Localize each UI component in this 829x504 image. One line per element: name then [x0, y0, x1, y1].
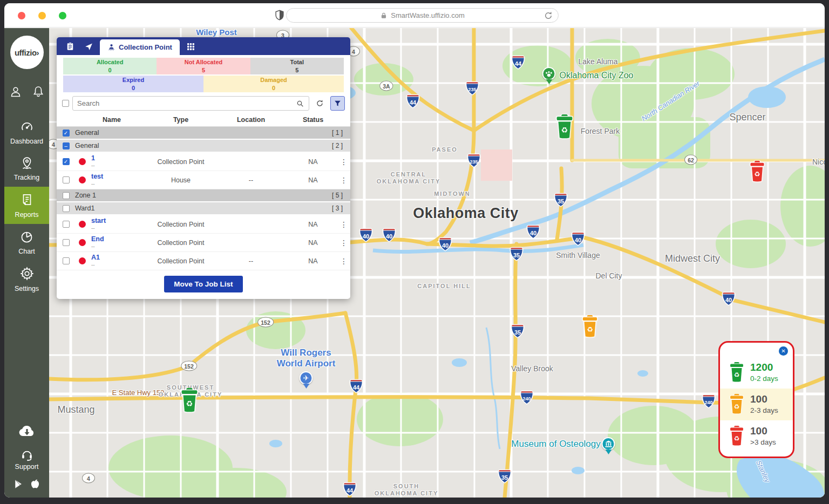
map-label: Midwest City — [665, 253, 720, 264]
column-name[interactable]: Name — [75, 116, 148, 124]
map-label: PASEO — [432, 146, 458, 153]
row-checkbox[interactable] — [63, 176, 70, 183]
map-label: SOUTH OKLAHOMA CITY — [375, 483, 438, 496]
column-type[interactable]: Type — [148, 116, 213, 124]
trash-bin-marker[interactable] — [555, 114, 574, 141]
user-icon[interactable] — [9, 85, 22, 100]
airport-pin[interactable]: ✈ — [300, 371, 313, 389]
address-bar[interactable]: SmartWaste.uffizio.com — [286, 8, 559, 23]
table-row[interactable]: test--House--NA⋮ — [57, 171, 350, 189]
column-status[interactable]: Status — [289, 116, 337, 124]
point-name-link[interactable]: End-- — [89, 236, 148, 249]
museum-pin[interactable] — [602, 437, 615, 454]
interstate-shield: 35 — [497, 468, 513, 484]
sidebar-item-chart[interactable]: Chart — [4, 224, 49, 261]
interstate-shield: 40 — [358, 227, 374, 243]
row-checkbox[interactable] — [63, 239, 70, 246]
point-name-link[interactable]: start-- — [89, 217, 148, 231]
group-row[interactable]: –General[ 2 ] — [57, 140, 350, 153]
sidebar-item-settings[interactable]: Settings — [4, 261, 49, 298]
table-row[interactable]: start--Collection PointNA⋮ — [57, 215, 350, 234]
table-row[interactable]: End--Collection PointNA⋮ — [57, 234, 350, 252]
map-label: North Canadian River — [641, 80, 702, 124]
map-label: Lake Aluma — [578, 57, 617, 66]
row-checkbox[interactable] — [63, 257, 70, 264]
row-checkbox[interactable] — [63, 205, 70, 212]
url-text: SmartWaste.uffizio.com — [391, 11, 465, 19]
tab-collection-point[interactable]: Collection Point — [100, 39, 180, 55]
point-name-link[interactable]: 1-- — [89, 155, 148, 168]
interstate-shield: 240 — [701, 393, 717, 409]
row-menu-icon[interactable]: ⋮ — [337, 158, 350, 166]
cloud-download-icon[interactable] — [18, 424, 36, 440]
grid-view-icon[interactable] — [184, 39, 198, 53]
interstate-shield: 35 — [508, 246, 525, 262]
trash-bin-marker[interactable] — [581, 315, 599, 340]
group-row[interactable]: ✓General[ 1 ] — [57, 127, 350, 140]
point-type: Collection Point — [148, 158, 213, 166]
refresh-icon[interactable] — [312, 96, 327, 111]
group-row[interactable]: Ward1[ 3 ] — [57, 202, 350, 215]
row-menu-icon[interactable]: ⋮ — [337, 239, 350, 247]
minimize-window-button[interactable] — [38, 12, 46, 19]
tracking-icon — [20, 156, 34, 172]
google-play-icon[interactable] — [13, 479, 24, 492]
select-all-checkbox[interactable] — [62, 100, 69, 107]
filter-button[interactable] — [330, 96, 345, 111]
maximize-window-button[interactable] — [59, 12, 66, 19]
privacy-shield-icon[interactable] — [274, 9, 286, 23]
row-checkbox[interactable]: ✓ — [63, 130, 70, 137]
trash-bin-marker[interactable] — [180, 388, 199, 415]
group-name: General — [75, 142, 318, 149]
legend-item-2-3-days[interactable]: 1002-3 days — [720, 389, 793, 420]
group-row[interactable]: Zone 1[ 5 ] — [57, 189, 350, 202]
row-checkbox[interactable]: – — [63, 142, 70, 149]
search-icon[interactable] — [296, 99, 304, 108]
clipboard-icon[interactable] — [63, 39, 77, 53]
point-status: NA — [289, 176, 337, 184]
apple-icon[interactable] — [30, 478, 40, 492]
point-name-link[interactable]: test-- — [89, 173, 148, 187]
close-window-button[interactable] — [18, 12, 25, 19]
row-menu-icon[interactable]: ⋮ — [337, 176, 350, 185]
row-checkbox[interactable] — [63, 221, 70, 228]
point-status-dot — [79, 257, 86, 264]
search-row — [62, 96, 345, 111]
zoo-pin[interactable] — [542, 67, 556, 84]
sidebar-item-dashboard[interactable]: Dashboard — [4, 114, 49, 151]
reload-icon[interactable] — [543, 11, 553, 22]
interstate-shield: 44 — [342, 481, 358, 497]
point-location: -- — [213, 176, 289, 184]
sidebar-item-tracking[interactable]: Tracking — [4, 151, 49, 187]
close-icon[interactable]: ✕ — [779, 346, 788, 356]
search-input[interactable] — [77, 99, 296, 107]
interstate-shield: 35 — [509, 323, 526, 339]
interstate-shield: 240 — [519, 389, 535, 405]
map-label: SOUTHWEST OKLAHOMA CITY — [159, 384, 222, 398]
point-name-link[interactable]: A1-- — [89, 254, 148, 268]
point-location: -- — [213, 257, 289, 265]
sidebar-nav: DashboardTrackingReportsChartSettings — [4, 114, 49, 298]
move-to-job-list-button[interactable]: Move To Job List — [164, 276, 242, 292]
table-header: Name Type Location Status — [57, 114, 350, 127]
sidebar-item-support[interactable]: Support — [15, 447, 39, 471]
legend-item-0-2-days[interactable]: 12000-2 days — [720, 357, 793, 389]
row-menu-icon[interactable]: ⋮ — [337, 257, 350, 265]
nearby-navigation-icon[interactable] — [81, 39, 96, 53]
sidebar-item-label: Reports — [15, 211, 39, 219]
notifications-bell-icon[interactable] — [32, 85, 45, 100]
interstate-shield: 40 — [525, 223, 541, 240]
map-label: Will Rogers World Airport — [277, 348, 336, 369]
table-row[interactable]: ✓1--Collection PointNA⋮ — [57, 153, 350, 171]
row-checkbox[interactable]: ✓ — [63, 158, 70, 165]
legend-item--3-days[interactable]: 100>3 days — [720, 420, 793, 452]
sidebar-item-reports[interactable]: Reports — [4, 187, 49, 224]
row-menu-icon[interactable]: ⋮ — [337, 220, 350, 229]
route-shield: 4 — [82, 473, 95, 483]
trash-bin-marker[interactable] — [749, 161, 766, 185]
search-box[interactable] — [72, 96, 309, 111]
row-checkbox[interactable] — [63, 192, 70, 199]
column-location[interactable]: Location — [213, 116, 289, 124]
map-canvas[interactable]: Wiley PostLake AlumaOklahoma City ZooNor… — [49, 28, 825, 498]
table-row[interactable]: A1--Collection Point--NA⋮ — [57, 252, 350, 270]
